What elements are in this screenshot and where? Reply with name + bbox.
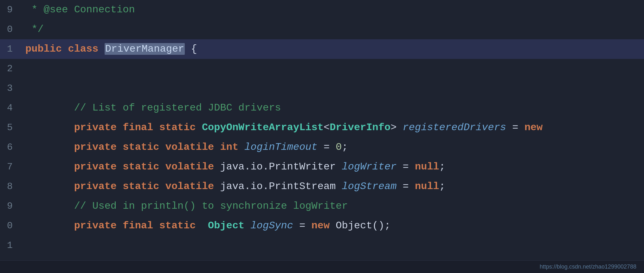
footer-bar: https://blog.csdn.net/zhao1299002788 — [0, 260, 644, 273]
code-content: // Used in println() to synchronize logW… — [19, 196, 644, 216]
line-number: 0 — [0, 216, 19, 236]
line-number: 1 — [0, 236, 19, 255]
table-row: 2 /* Prevent the DriverManager class fro… — [0, 255, 644, 260]
line-number: 9 — [0, 0, 19, 20]
code-table: 9 * @see Connection 0 */ 1 public class … — [0, 0, 644, 260]
code-content — [19, 236, 644, 255]
code-content: /* Prevent the DriverManager class from … — [19, 255, 644, 260]
line-number: 2 — [0, 255, 19, 260]
table-row: 6 private static volatile int loginTimeo… — [0, 137, 644, 157]
line-number: 1 — [0, 39, 19, 59]
line-number: 3 — [0, 79, 19, 98]
table-row: 7 private static volatile java.io.PrintW… — [0, 157, 644, 177]
table-row: 5 private final static CopyOnWriteArrayL… — [0, 118, 644, 137]
footer-url: https://blog.csdn.net/zhao1299002788 — [540, 263, 636, 270]
code-content: private final static CopyOnWriteArrayLis… — [19, 118, 644, 137]
line-number: 5 — [0, 118, 19, 137]
code-content: private final static Object logSync = ne… — [19, 216, 644, 236]
table-row: 2 — [0, 59, 644, 79]
code-content: private static volatile java.io.PrintStr… — [19, 177, 644, 196]
code-content: private static volatile int loginTimeout… — [19, 137, 644, 157]
code-content: public class DriverManager { — [19, 39, 644, 59]
code-content: // List of registered JDBC drivers — [19, 98, 644, 118]
table-row: 9 // Used in println() to synchronize lo… — [0, 196, 644, 216]
table-row: 1 — [0, 236, 644, 255]
code-content — [19, 59, 644, 79]
table-row: 8 private static volatile java.io.PrintS… — [0, 177, 644, 196]
table-row: 1 public class DriverManager { — [0, 39, 644, 59]
code-editor: 9 * @see Connection 0 */ 1 public class … — [0, 0, 644, 260]
code-content: private static volatile java.io.PrintWri… — [19, 157, 644, 177]
table-row: 0 private final static Object logSync = … — [0, 216, 644, 236]
line-number: 7 — [0, 157, 19, 177]
line-number: 4 — [0, 98, 19, 118]
line-number: 8 — [0, 177, 19, 196]
line-number: 2 — [0, 59, 19, 79]
table-row: 4 // List of registered JDBC drivers — [0, 98, 644, 118]
table-row: 3 — [0, 79, 644, 98]
table-row: 0 */ — [0, 20, 644, 39]
code-content: * @see Connection — [19, 0, 644, 20]
line-number: 0 — [0, 20, 19, 39]
code-content: */ — [19, 20, 644, 39]
line-number: 9 — [0, 196, 19, 216]
table-row: 9 * @see Connection — [0, 0, 644, 20]
code-content — [19, 79, 644, 98]
line-number: 6 — [0, 137, 19, 157]
